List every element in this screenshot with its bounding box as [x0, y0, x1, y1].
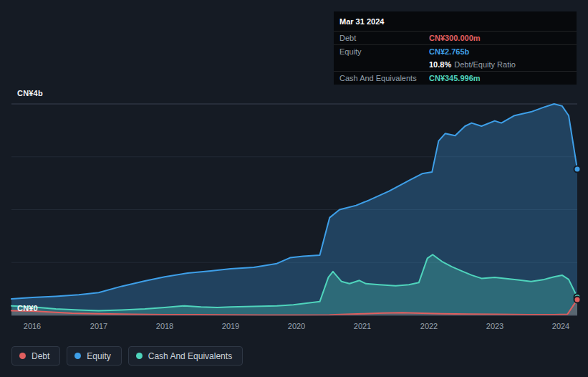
x-axis-label: 2019 — [222, 322, 239, 330]
x-axis-label: 2017 — [90, 322, 107, 330]
x-axis: 201620172018201920202021202220232024 — [0, 322, 588, 332]
tooltip-row-debt: Debt CN¥300.000m — [334, 31, 577, 44]
tooltip-ratio-label: Debt/Equity Ratio — [454, 60, 516, 69]
debt-series-dot-icon — [19, 353, 26, 359]
tooltip-equity-value: CN¥2.765b — [429, 47, 469, 56]
tooltip-equity-label: Equity — [339, 47, 429, 56]
tooltip-debt-value: CN¥300.000m — [429, 34, 481, 42]
y-axis-label-zero: CN¥0 — [17, 304, 38, 312]
legend-label-equity: Equity — [87, 351, 110, 361]
debt-equity-chart-widget: CN¥4b CN¥0 20162017201820192020202120222… — [0, 0, 588, 377]
x-axis-label: 2020 — [288, 322, 305, 330]
tooltip-ratio-value: 10.8% — [429, 60, 451, 69]
equity-series-dot-icon — [74, 353, 81, 359]
tooltip-cash-value: CN¥345.996m — [429, 74, 481, 82]
x-axis-label: 2024 — [552, 322, 569, 330]
x-axis-label: 2018 — [156, 322, 173, 330]
equity-end-dot — [574, 166, 581, 173]
x-axis-label: 2021 — [354, 322, 371, 330]
x-axis-label: 2022 — [420, 322, 438, 330]
tooltip-debt-label: Debt — [339, 34, 429, 42]
legend-label-cash: Cash And Equivalents — [148, 351, 232, 361]
legend-item-cash[interactable]: Cash And Equivalents — [128, 346, 243, 366]
tooltip-row-equity: Equity CN¥2.765b — [334, 44, 577, 58]
tooltip-date: Mar 31 2024 — [334, 11, 577, 31]
y-axis-label-max: CN¥4b — [17, 89, 43, 97]
debt-end-dot — [574, 296, 581, 302]
tooltip-cash-label: Cash And Equivalents — [339, 74, 429, 82]
legend: Debt Equity Cash And Equivalents — [11, 346, 243, 366]
tooltip-row-cash: Cash And Equivalents CN¥345.996m — [334, 71, 577, 85]
legend-item-equity[interactable]: Equity — [67, 346, 121, 366]
tooltip-panel: Mar 31 2024 Debt CN¥300.000m Equity CN¥2… — [334, 11, 577, 85]
x-axis-label: 2016 — [24, 322, 41, 330]
tooltip-row-ratio: 10.8% Debt/Equity Ratio — [334, 58, 577, 71]
x-axis-label: 2023 — [486, 322, 503, 330]
legend-item-debt[interactable]: Debt — [11, 346, 60, 366]
cash-series-dot-icon — [136, 353, 143, 359]
legend-label-debt: Debt — [32, 351, 49, 361]
